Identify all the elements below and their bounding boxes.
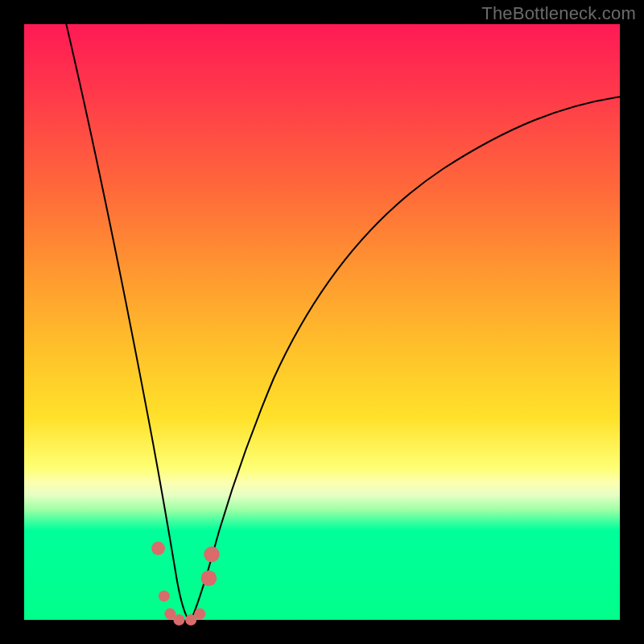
curve-marker	[151, 542, 165, 555]
watermark-label: TheBottleneck.com	[481, 3, 636, 24]
curve-marker	[201, 570, 217, 586]
curve-right-branch	[192, 97, 621, 618]
curve-marker	[159, 590, 170, 601]
curve-marker	[204, 547, 220, 563]
curve-marker	[173, 614, 184, 625]
curve-left-branch	[64, 16, 188, 618]
chart-frame: TheBottleneck.com	[0, 0, 644, 644]
bottleneck-curve-svg	[24, 24, 620, 620]
plot-area	[24, 24, 620, 620]
curve-marker	[194, 609, 205, 620]
